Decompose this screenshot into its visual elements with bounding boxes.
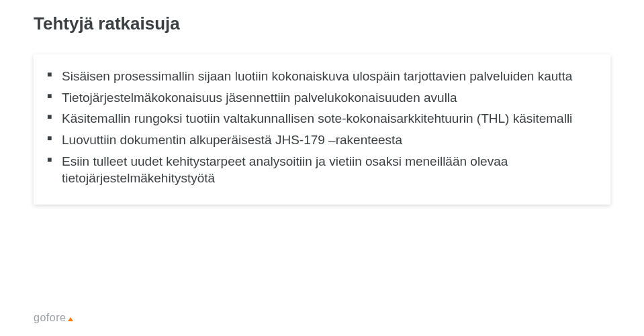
logo-text: gofore (34, 312, 66, 324)
list-item: Sisäisen prosessimallin sijaan luotiin k… (47, 68, 604, 85)
footer-logo: gofore (34, 312, 73, 324)
list-item: Luovuttiin dokumentin alkuperäisestä JHS… (47, 131, 604, 149)
list-item: Tietojärjestelmäkokonaisuus jäsennettiin… (47, 89, 604, 107)
slide: Tehtyjä ratkaisuja Sisäisen prosessimall… (0, 0, 644, 336)
bullet-list: Sisäisen prosessimallin sijaan luotiin k… (40, 68, 604, 187)
slide-title: Tehtyjä ratkaisuja (34, 13, 610, 34)
list-item: Käsitemallin rungoksi tuotiin valtakunna… (47, 110, 604, 127)
content-box: Sisäisen prosessimallin sijaan luotiin k… (34, 54, 610, 205)
logo-caret-icon (68, 317, 73, 321)
list-item: Esiin tulleet uudet kehitystarpeet analy… (47, 153, 604, 187)
